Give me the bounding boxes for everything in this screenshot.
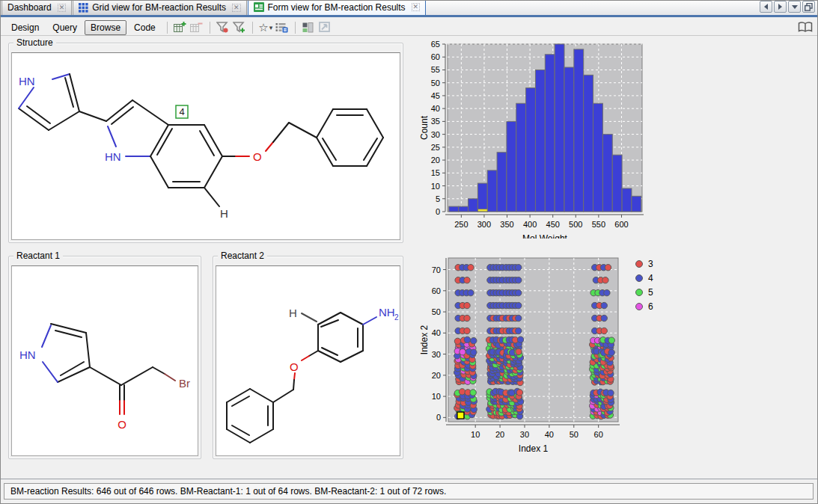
scatter-point: [601, 302, 607, 308]
form-icon: [254, 2, 264, 12]
svg-text:600: 600: [614, 220, 628, 229]
structure-canvas[interactable]: 4 HN HN O H: [11, 52, 400, 240]
tab-form-view[interactable]: Form view for BM-reaction Results ✕: [248, 0, 427, 15]
histogram-bar: [593, 103, 603, 212]
atom-label-br: Br: [179, 377, 190, 390]
index-scatter-plot[interactable]: 010203040506070102030405060Index 1Index …: [418, 250, 669, 467]
scatter-point: [516, 265, 522, 271]
filter-add-icon: [233, 22, 245, 34]
legend-label: 3: [648, 259, 653, 269]
add-filter-button[interactable]: [232, 21, 247, 34]
histogram-highlight: [477, 209, 487, 212]
svg-text:40: 40: [431, 104, 440, 113]
scatter-point: [516, 328, 522, 334]
histogram-ylabel: Count: [419, 115, 430, 140]
query-button[interactable]: Query: [46, 20, 83, 35]
svg-text:5: 5: [436, 194, 440, 203]
scatter-point: [516, 289, 522, 295]
fit-view-button[interactable]: [317, 21, 332, 34]
browse-button[interactable]: Browse: [85, 20, 126, 35]
close-icon[interactable]: ✕: [412, 3, 421, 11]
histogram-bar: [459, 206, 468, 212]
list-settings-icon: [275, 22, 288, 33]
svg-text:55: 55: [431, 65, 440, 74]
legend-label: 6: [648, 301, 653, 312]
histogram-bar: [497, 153, 507, 212]
histogram-bar: [602, 135, 612, 212]
down-arrow-icon: [792, 5, 798, 9]
svg-text:30: 30: [431, 130, 440, 139]
code-button[interactable]: Code: [128, 20, 162, 35]
svg-text:450: 450: [546, 220, 560, 229]
svg-text:25: 25: [431, 143, 440, 152]
svg-text:70: 70: [432, 265, 441, 274]
scatter-point: [517, 336, 523, 342]
atom-label-nh: HN: [19, 348, 36, 361]
scatter-point: [464, 315, 470, 321]
toolbar-separator: [210, 22, 210, 34]
scatter-point: [601, 328, 607, 334]
histogram-bar: [487, 170, 497, 212]
legend-marker: [636, 304, 643, 310]
reactant1-canvas[interactable]: HN O Br: [11, 265, 198, 456]
atom-label-nh-pyrrole: HN: [19, 75, 35, 87]
legend-label: 5: [648, 287, 653, 298]
layout-button[interactable]: [301, 21, 316, 34]
scatter-point: [471, 349, 477, 355]
histogram-bar: [477, 183, 487, 212]
favorites-button[interactable]: ☆▾: [258, 21, 273, 34]
tab-dashboard[interactable]: Dashboard ✕: [1, 0, 72, 15]
reactant2-group-label: Reactant 2: [218, 251, 267, 261]
documentation-button[interactable]: [798, 21, 813, 34]
svg-text:0: 0: [436, 207, 440, 216]
add-form-button[interactable]: [173, 21, 188, 34]
svg-text:350: 350: [500, 220, 513, 229]
form-options-button[interactable]: [275, 21, 290, 34]
structure-group-label: Structure: [13, 37, 56, 48]
close-icon[interactable]: ✕: [58, 4, 67, 12]
design-button[interactable]: Design: [5, 20, 45, 35]
reactant1-group: Reactant 1: [8, 256, 201, 459]
status-bar: BM-reaction Results: 646 out of 646 rows…: [1, 479, 817, 503]
svg-text:500: 500: [569, 220, 582, 229]
histogram-bar: [612, 155, 622, 212]
scatter-xlabel: Index 1: [519, 443, 549, 454]
scatter-point: [605, 265, 611, 271]
svg-text:250: 250: [454, 220, 468, 229]
reactant1-group-label: Reactant 1: [13, 251, 63, 261]
atom-label-o: O: [290, 360, 299, 373]
svg-text:30: 30: [520, 430, 529, 439]
scatter-point: [464, 328, 470, 334]
tab-scroll-controls: [760, 1, 817, 15]
tab-grid-view[interactable]: Grid view for BM-reaction Results ✕: [73, 0, 246, 15]
filter-rows-button[interactable]: [216, 21, 231, 34]
tab-scroll-left-button[interactable]: [760, 1, 772, 13]
book-icon: [798, 22, 813, 33]
structure-group: Structure: [8, 43, 403, 243]
tab-list-button[interactable]: [788, 1, 801, 13]
svg-text:550: 550: [592, 220, 605, 229]
legend-marker: [636, 275, 643, 282]
histogram-bar: [526, 88, 536, 212]
histogram-bar: [449, 206, 459, 212]
reactant1-molecule: HN O Br: [12, 266, 199, 457]
left-arrow-icon: [764, 4, 768, 10]
reactant2-canvas[interactable]: H NH 2 O: [216, 265, 400, 456]
status-field: BM-reaction Results: 646 out of 646 rows…: [4, 483, 814, 500]
scatter-point: [470, 390, 476, 396]
mol-weight-histogram[interactable]: 0510152025303540455055606525030035040045…: [418, 38, 667, 239]
histogram-bar: [584, 75, 593, 212]
svg-text:30: 30: [432, 350, 441, 359]
legend-marker: [636, 289, 643, 296]
scatter-point: [516, 277, 522, 283]
close-icon[interactable]: ✕: [232, 4, 241, 12]
histogram-bar: [468, 199, 478, 212]
remove-form-button[interactable]: [189, 21, 204, 34]
scatter-point: [459, 389, 465, 395]
tab-scroll-right-button[interactable]: [774, 1, 787, 13]
atom-label-o: O: [253, 150, 262, 163]
svg-text:50: 50: [431, 79, 440, 87]
toolbar-separator: [252, 22, 253, 34]
detach-window-button[interactable]: [802, 1, 815, 13]
right-arrow-icon: [778, 4, 782, 10]
